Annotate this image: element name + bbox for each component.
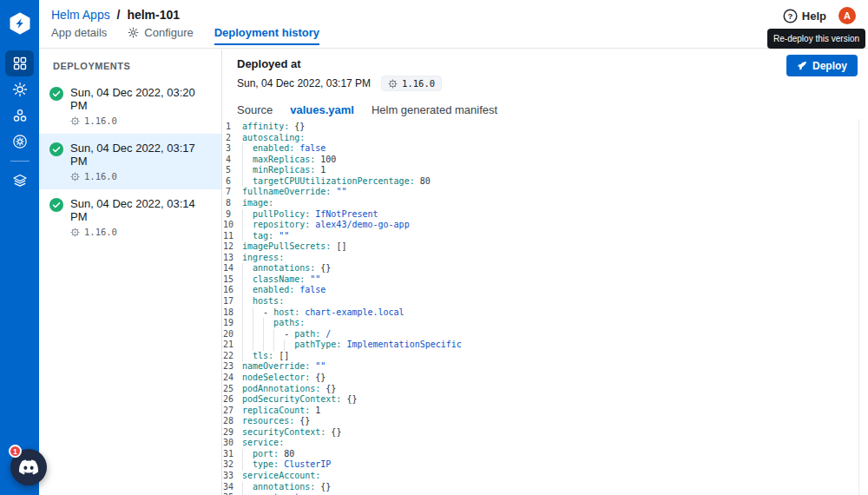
deployment-item[interactable]: Sun, 04 Dec 2022, 03:14 PM 1.16.0 [39, 189, 221, 245]
header-right: ? Help A [783, 7, 856, 24]
code-line: 6targetCPUUtilizationPercentage: 80 [223, 176, 868, 188]
line-number: 19 [223, 318, 242, 329]
code-line: 19paths: [223, 318, 868, 329]
line-number: 18 [223, 307, 242, 319]
line-number: 28 [223, 416, 242, 427]
helm-icon [70, 172, 80, 182]
code-line: 9pullPolicy: IfNotPresent [223, 209, 868, 221]
breadcrumb-separator: / [117, 8, 121, 22]
code-scrollbar[interactable] [858, 119, 859, 495]
version-chip: 1.16.0 [381, 76, 442, 91]
code-line: 20- path: / [223, 329, 868, 340]
sidebar-item-stack-manager[interactable] [5, 168, 34, 194]
tab-deployment-history[interactable]: Deployment history [214, 26, 319, 45]
spark-icon [12, 82, 28, 97]
code-line: 25podAnnotations: {} [223, 384, 868, 395]
tab-deployment-history-label: Deployment history [214, 26, 319, 39]
line-number: 4 [223, 155, 242, 166]
line-number: 1 [223, 122, 242, 133]
redeploy-tooltip: Re-deploy this version [767, 29, 865, 49]
sidebar [0, 0, 39, 495]
line-number: 8 [223, 198, 242, 209]
line-number: 13 [223, 253, 242, 264]
code-line: 14annotations: {} [223, 263, 868, 274]
breadcrumb-app-name: helm-101 [127, 8, 180, 22]
code-line: 23nameOverride: "" [223, 361, 868, 373]
sidebar-item-global-config[interactable] [5, 129, 34, 155]
tab-configure-label: Configure [144, 26, 193, 39]
helm-icon [70, 228, 80, 237]
tab-app-details[interactable]: App details [51, 26, 107, 45]
line-number: 20 [223, 329, 242, 340]
deployment-item[interactable]: Sun, 04 Dec 2022, 03:20 PM 1.16.0 [39, 78, 221, 134]
deployments-panel: DEPLOYMENTS Sun, 04 Dec 2022, 03:20 PM 1… [39, 50, 222, 495]
line-number: 33 [223, 471, 242, 482]
code-line: 32type: ClusterIP [223, 459, 868, 471]
deployment-version: 1.16.0 [84, 116, 117, 126]
deploy-button[interactable]: Deploy [786, 55, 858, 76]
success-check-icon [49, 197, 63, 237]
helm-icon [388, 79, 398, 89]
question-circle-icon: ? [783, 9, 798, 23]
code-line: 22tls: [] [223, 351, 868, 362]
success-check-icon [49, 86, 63, 126]
line-number: 6 [223, 176, 242, 188]
code-line: 33serviceAccount: [223, 471, 868, 482]
version-chip-label: 1.16.0 [402, 78, 435, 89]
avatar[interactable]: A [838, 7, 856, 24]
yaml-code-editor[interactable]: 1affinity: {}2autoscaling:3enabled: fals… [223, 119, 868, 495]
svg-text:?: ? [787, 11, 792, 21]
code-line: 29securityContext: {} [223, 427, 868, 439]
rocket-icon [797, 61, 807, 71]
line-number: 29 [223, 427, 242, 439]
code-line: 21pathType: ImplementationSpecific [223, 340, 868, 351]
deployment-version: 1.16.0 [84, 227, 117, 237]
gear-icon [128, 27, 139, 38]
help-button[interactable]: ? Help [783, 9, 826, 23]
deployment-date: Sun, 04 Dec 2022, 03:20 PM [70, 86, 211, 112]
deployments-list: Sun, 04 Dec 2022, 03:20 PM 1.16.0 Sun, 0 [39, 78, 221, 245]
sidebar-item-jobs[interactable] [5, 76, 34, 102]
code-line: 7fullnameOverride: "" [223, 187, 868, 198]
sidebar-item-clusters[interactable] [5, 102, 34, 129]
deployed-at-date: Sun, 04 Dec 2022, 03:17 PM [237, 77, 371, 89]
global-config-icon [12, 134, 28, 149]
help-label: Help [802, 10, 826, 23]
deployment-item[interactable]: Sun, 04 Dec 2022, 03:17 PM 1.16.0 [39, 134, 221, 189]
discord-icon [19, 458, 38, 477]
line-number: 10 [223, 220, 242, 231]
line-number: 15 [223, 274, 242, 286]
stack-icon [12, 173, 28, 188]
code-line: 17hosts: [223, 296, 868, 307]
code-line: 27replicaCount: 1 [223, 406, 868, 417]
line-number: 22 [223, 351, 242, 362]
tab-configure[interactable]: Configure [128, 26, 193, 45]
code-line: 18- host: chart-example.local [223, 307, 868, 319]
app-tabs: App details Configure Deployment history [51, 26, 319, 45]
code-line: 1affinity: {} [223, 122, 868, 133]
line-number: 17 [223, 296, 242, 307]
breadcrumb-helm-apps-link[interactable]: Helm Apps [51, 8, 110, 22]
sidebar-item-applications[interactable] [5, 50, 34, 76]
line-number: 34 [223, 482, 242, 493]
grid-icon [13, 56, 27, 70]
line-number: 16 [223, 285, 242, 296]
discord-chat-widget[interactable]: 1 [10, 449, 47, 485]
devtron-logo[interactable] [0, 0, 39, 35]
line-number: 32 [223, 459, 242, 471]
line-number: 27 [223, 406, 242, 417]
line-number: 5 [223, 165, 242, 176]
code-line: 30service: [223, 438, 868, 449]
code-line: 2autoscaling: [223, 133, 868, 144]
devtron-logo-icon [9, 12, 31, 35]
line-number: 31 [223, 449, 242, 460]
deployments-heading: DEPLOYMENTS [39, 50, 221, 78]
code-line: 15className: "" [223, 274, 868, 286]
code-line: 34annotations: {} [223, 482, 868, 493]
deployed-at-header: Deployed at Sun, 04 Dec 2022, 03:17 PM 1… [223, 50, 868, 91]
code-line: 5minReplicas: 1 [223, 165, 868, 176]
code-line: 3enabled: false [223, 143, 868, 155]
deployment-detail: Deployed at Sun, 04 Dec 2022, 03:17 PM 1… [223, 50, 868, 495]
line-number: 24 [223, 373, 242, 384]
code-line: 26podSecurityContext: {} [223, 394, 868, 406]
